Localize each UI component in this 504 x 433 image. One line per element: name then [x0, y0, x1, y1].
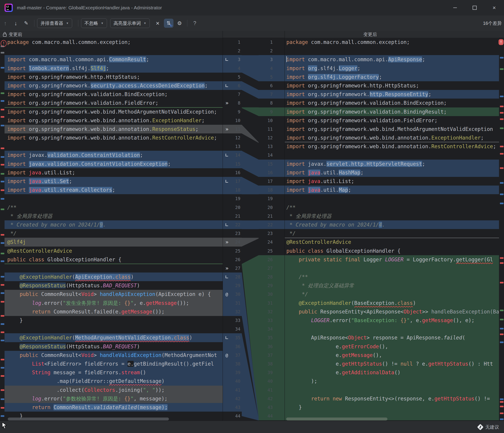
right-error-stripe-mark[interactable] — [500, 96, 504, 97]
right-error-stripe-mark[interactable] — [500, 118, 504, 120]
left-error-stripe-mark[interactable] — [1, 359, 4, 360]
right-error-stripe-mark[interactable] — [500, 153, 504, 154]
left-error-stripe-mark[interactable] — [1, 332, 4, 333]
left-error-stripe-mark[interactable] — [1, 156, 4, 158]
right-error-stripe-mark[interactable] — [500, 328, 504, 329]
right-error-stripe-mark[interactable] — [500, 257, 504, 259]
apply-change-icon[interactable] — [223, 84, 231, 88]
left-error-stripe-mark[interactable] — [1, 315, 4, 317]
left-error-stripe-mark[interactable] — [1, 340, 4, 341]
viewer-mode-dropdown[interactable]: 并排查看器▼ — [37, 18, 72, 28]
left-error-stripe-mark[interactable] — [1, 389, 4, 391]
right-error-stripe-mark[interactable] — [500, 398, 504, 400]
left-error-stripe-mark[interactable] — [1, 323, 4, 325]
right-horizontal-scrollbar[interactable] — [286, 417, 387, 421]
apply-change-icon[interactable] — [223, 58, 231, 62]
gear-settings-icon[interactable]: ⚙ — [175, 21, 184, 26]
left-error-stripe-mark[interactable] — [1, 375, 4, 377]
help-icon[interactable]: ? — [190, 21, 200, 26]
synchronize-scrolling-toggle[interactable]: ⇅ ↻ — [164, 19, 173, 28]
code-token: e. — [286, 352, 342, 358]
left-error-stripe-mark[interactable] — [1, 100, 4, 102]
left-error-stripe-mark[interactable] — [1, 292, 4, 294]
left-error-stripe-mark[interactable] — [1, 173, 4, 175]
apply-change-chevron-icon[interactable]: » — [223, 99, 231, 107]
after-code-pane[interactable]: package com.macro.mall.common.exception;… — [285, 38, 499, 421]
left-error-stripe-mark[interactable] — [1, 367, 4, 369]
right-error-stripe-mark[interactable] — [500, 112, 504, 114]
left-error-stripe-mark[interactable] — [1, 92, 4, 94]
right-error-stripe-mark[interactable] — [500, 413, 504, 414]
right-error-stripe-mark[interactable] — [500, 193, 504, 195]
apply-change-chevron-icon[interactable]: » — [223, 264, 231, 272]
left-error-stripe-mark[interactable] — [1, 407, 4, 409]
left-error-stripe-mark[interactable] — [1, 234, 4, 236]
code-line: @RestControllerAdvice — [5, 247, 223, 255]
right-error-stripe-mark[interactable] — [500, 342, 504, 343]
right-error-stripe-mark[interactable] — [500, 282, 504, 283]
left-error-stripe-mark[interactable] — [1, 208, 4, 210]
error-indicator-icon[interactable]: ! — [1, 40, 7, 47]
code-token: getAdditionalData — [342, 370, 394, 375]
left-error-stripe-mark[interactable] — [1, 189, 4, 191]
apply-change-icon[interactable] — [223, 179, 231, 183]
right-error-stripe-mark[interactable] — [500, 167, 504, 169]
left-error-stripe-mark[interactable] — [1, 284, 4, 286]
left-error-stripe-mark[interactable] — [1, 52, 4, 54]
left-error-stripe-mark[interactable] — [1, 164, 4, 165]
annotation-marker-icon[interactable]: @ — [223, 351, 231, 360]
left-error-stripe-mark[interactable] — [1, 67, 4, 69]
right-error-stripe-mark[interactable] — [500, 401, 504, 403]
right-error-stripe-mark[interactable] — [500, 334, 504, 335]
right-error-stripe-mark[interactable] — [500, 319, 504, 320]
left-error-stripe-mark[interactable] — [1, 198, 4, 200]
right-error-stripe-mark[interactable] — [500, 406, 504, 407]
before-code-pane[interactable]: package com.macro.mall.common.exception;… — [5, 38, 223, 421]
left-error-stripe-mark[interactable] — [1, 181, 4, 182]
left-error-stripe-mark[interactable] — [1, 415, 4, 417]
whitespace-dropdown[interactable]: 不忽略▼ — [81, 18, 107, 28]
left-error-stripe-mark[interactable] — [1, 125, 4, 126]
apply-change-icon[interactable] — [223, 223, 231, 227]
apply-change-icon[interactable] — [223, 153, 231, 157]
left-error-stripe-mark[interactable] — [1, 301, 4, 303]
left-line-number: 8 — [231, 99, 242, 107]
left-error-stripe-mark[interactable] — [1, 109, 4, 110]
close-button[interactable]: ✕ — [485, 0, 504, 16]
left-error-stripe-mark[interactable] — [1, 253, 4, 254]
right-error-stripe-mark[interactable] — [500, 146, 504, 147]
right-error-stripe-mark[interactable] — [500, 182, 504, 184]
ai-suggestion-status[interactable]: 无建议 — [478, 421, 499, 433]
annotation-marker-icon[interactable]: @ — [223, 290, 231, 298]
left-horizontal-scrollbar[interactable] — [8, 417, 169, 421]
minimize-button[interactable] — [445, 0, 465, 16]
apply-change-chevron-icon[interactable]: » — [223, 125, 231, 133]
left-error-stripe-mark[interactable] — [1, 398, 4, 400]
apply-change-icon[interactable] — [223, 336, 231, 340]
maximize-button[interactable] — [465, 0, 485, 16]
right-error-stripe-mark[interactable] — [500, 262, 504, 264]
apply-change-icon[interactable] — [223, 275, 231, 279]
collapse-unchanged-icon[interactable]: ✕ — [153, 21, 162, 26]
apply-change-chevron-icon[interactable]: » — [223, 238, 231, 246]
left-error-stripe-mark[interactable] — [1, 147, 4, 149]
left-error-stripe-mark[interactable] — [1, 242, 4, 244]
right-error-stripe-mark[interactable] — [500, 310, 504, 311]
left-error-stripe-mark[interactable] — [1, 116, 4, 118]
right-error-stripe-mark[interactable] — [500, 57, 504, 59]
previous-difference-icon[interactable]: ↑ — [0, 20, 10, 26]
title-bar: IJ mall-master - Compare: GlobalExceptio… — [0, 0, 504, 16]
right-error-stripe-mark[interactable] — [500, 127, 504, 129]
right-error-stripe-mark[interactable] — [500, 106, 504, 107]
gutter-row: 18 — [223, 186, 242, 194]
error-indicator-icon[interactable]: ! — [499, 39, 504, 45]
next-difference-icon[interactable]: ↓ — [10, 20, 21, 26]
edit-pencil-icon[interactable]: ✎ — [21, 21, 31, 26]
gutter-row: 8 — [259, 99, 285, 107]
right-error-stripe-mark[interactable] — [500, 68, 504, 70]
left-error-stripe-mark[interactable] — [1, 276, 4, 278]
left-error-stripe-mark[interactable] — [1, 261, 4, 262]
right-error-stripe-mark[interactable] — [500, 418, 504, 420]
highlight-mode-dropdown[interactable]: 高亮显示单词▼ — [110, 18, 150, 28]
right-error-stripe-mark[interactable] — [500, 203, 504, 204]
